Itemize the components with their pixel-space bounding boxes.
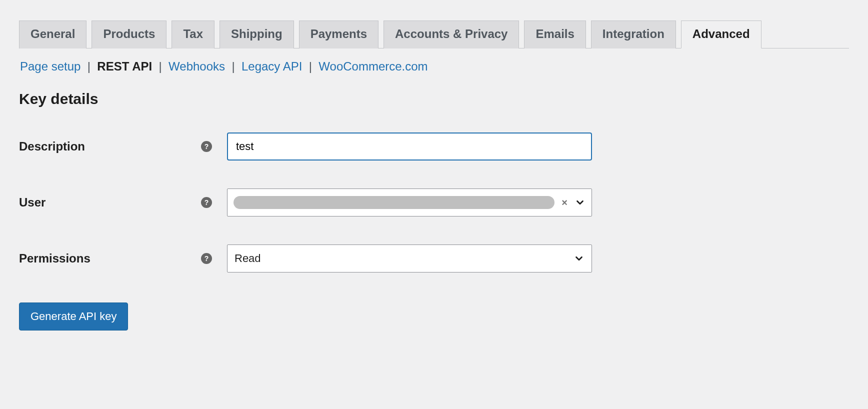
permissions-value: Read xyxy=(234,252,261,265)
help-icon[interactable]: ? xyxy=(201,141,212,152)
tab-products[interactable]: Products xyxy=(92,20,166,48)
subtab-page-setup[interactable]: Page setup xyxy=(20,60,80,73)
tab-advanced[interactable]: Advanced xyxy=(681,20,762,48)
tab-general[interactable]: General xyxy=(19,20,86,48)
chevron-down-icon xyxy=(574,197,586,208)
advanced-subtabs: Page setup | REST API | Webhooks | Legac… xyxy=(20,60,849,74)
tab-shipping[interactable]: Shipping xyxy=(220,20,294,48)
permissions-select[interactable]: Read xyxy=(227,244,592,272)
generate-api-key-button[interactable]: Generate API key xyxy=(19,302,128,330)
tab-tax[interactable]: Tax xyxy=(172,20,214,48)
permissions-label: Permissions ? xyxy=(19,252,212,266)
subtab-webhooks[interactable]: Webhooks xyxy=(168,60,225,73)
user-select[interactable]: × xyxy=(227,188,592,216)
description-label: Description ? xyxy=(19,140,212,154)
chevron-down-icon xyxy=(574,253,584,264)
subtab-rest-api[interactable]: REST API xyxy=(97,60,152,73)
help-icon[interactable]: ? xyxy=(201,253,212,264)
tab-emails[interactable]: Emails xyxy=(524,20,586,48)
subtab-woocommerce-com[interactable]: WooCommerce.com xyxy=(318,60,428,73)
settings-tabs: General Products Tax Shipping Payments A… xyxy=(19,20,849,48)
close-icon[interactable]: × xyxy=(560,197,570,208)
tab-integration[interactable]: Integration xyxy=(591,20,676,48)
help-icon[interactable]: ? xyxy=(201,197,212,208)
tab-accounts-privacy[interactable]: Accounts & Privacy xyxy=(384,20,519,48)
subtab-legacy-api[interactable]: Legacy API xyxy=(242,60,302,73)
section-title: Key details xyxy=(19,90,849,108)
tab-payments[interactable]: Payments xyxy=(299,20,378,48)
user-selected-pill xyxy=(234,196,554,209)
user-label: User ? xyxy=(19,196,212,210)
description-input[interactable] xyxy=(227,132,592,160)
